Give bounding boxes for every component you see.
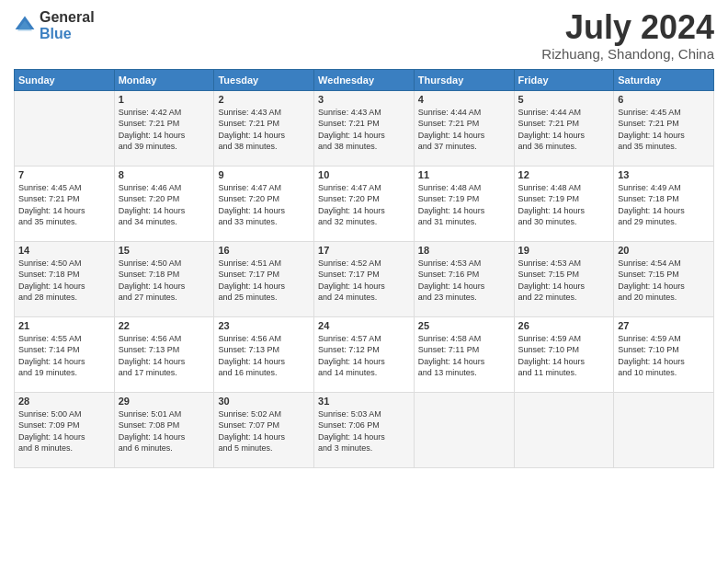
- calendar-cell: 6Sunrise: 4:45 AMSunset: 7:21 PMDaylight…: [614, 90, 714, 166]
- calendar-cell: 8Sunrise: 4:46 AMSunset: 7:20 PMDaylight…: [114, 166, 214, 241]
- calendar-header: SundayMondayTuesdayWednesdayThursdayFrid…: [15, 69, 714, 90]
- cell-info: Sunrise: 4:56 AMSunset: 7:13 PMDaylight:…: [218, 333, 310, 379]
- calendar-cell: 21Sunrise: 4:55 AMSunset: 7:14 PMDayligh…: [15, 316, 115, 392]
- calendar-cell: 26Sunrise: 4:59 AMSunset: 7:10 PMDayligh…: [514, 316, 614, 392]
- cell-info: Sunrise: 4:45 AMSunset: 7:21 PMDaylight:…: [618, 107, 710, 153]
- date-number: 7: [18, 169, 110, 180]
- date-number: 6: [618, 94, 710, 105]
- week-row-3: 14Sunrise: 4:50 AMSunset: 7:18 PMDayligh…: [15, 241, 714, 316]
- date-number: 1: [119, 94, 210, 105]
- location-subtitle: Rizhuang, Shandong, China: [541, 46, 714, 62]
- calendar-cell: [614, 392, 714, 467]
- date-number: 22: [119, 320, 210, 331]
- calendar-cell: 1Sunrise: 4:42 AMSunset: 7:21 PMDaylight…: [114, 90, 214, 166]
- date-number: 5: [518, 94, 610, 105]
- calendar-cell: [414, 392, 514, 467]
- cell-info: Sunrise: 4:50 AMSunset: 7:18 PMDaylight:…: [119, 258, 210, 304]
- week-row-1: 1Sunrise: 4:42 AMSunset: 7:21 PMDaylight…: [15, 90, 714, 166]
- month-title: July 2024: [541, 9, 714, 46]
- calendar-cell: 2Sunrise: 4:43 AMSunset: 7:21 PMDaylight…: [214, 90, 314, 166]
- cell-info: Sunrise: 4:54 AMSunset: 7:15 PMDaylight:…: [618, 258, 710, 304]
- date-number: 9: [218, 169, 310, 180]
- date-number: 8: [119, 169, 210, 180]
- calendar-cell: 31Sunrise: 5:03 AMSunset: 7:06 PMDayligh…: [314, 392, 415, 467]
- cell-info: Sunrise: 4:49 AMSunset: 7:18 PMDaylight:…: [618, 182, 710, 228]
- calendar-cell: 30Sunrise: 5:02 AMSunset: 7:07 PMDayligh…: [214, 392, 314, 467]
- page: General Blue July 2024 Rizhuang, Shandon…: [0, 0, 728, 563]
- date-number: 3: [318, 94, 410, 105]
- date-number: 17: [318, 245, 410, 256]
- cell-info: Sunrise: 4:44 AMSunset: 7:21 PMDaylight:…: [418, 107, 510, 153]
- calendar-cell: 23Sunrise: 4:56 AMSunset: 7:13 PMDayligh…: [214, 316, 314, 392]
- calendar-cell: 16Sunrise: 4:51 AMSunset: 7:17 PMDayligh…: [214, 241, 314, 316]
- cell-info: Sunrise: 4:42 AMSunset: 7:21 PMDaylight:…: [119, 107, 210, 153]
- calendar-cell: 22Sunrise: 4:56 AMSunset: 7:13 PMDayligh…: [114, 316, 214, 392]
- calendar-cell: 27Sunrise: 4:59 AMSunset: 7:10 PMDayligh…: [614, 316, 714, 392]
- week-row-2: 7Sunrise: 4:45 AMSunset: 7:21 PMDaylight…: [15, 166, 714, 241]
- logo-icon: [14, 15, 36, 37]
- logo: General Blue: [14, 9, 95, 41]
- weekday-header-tuesday: Tuesday: [214, 69, 314, 90]
- date-number: 15: [119, 245, 210, 256]
- cell-info: Sunrise: 4:44 AMSunset: 7:21 PMDaylight:…: [518, 107, 610, 153]
- logo-blue-text: Blue: [40, 26, 95, 42]
- date-number: 16: [218, 245, 310, 256]
- cell-info: Sunrise: 4:46 AMSunset: 7:20 PMDaylight:…: [119, 182, 210, 228]
- date-number: 26: [518, 320, 610, 331]
- weekday-header-thursday: Thursday: [414, 69, 514, 90]
- date-number: 2: [218, 94, 310, 105]
- calendar-cell: 10Sunrise: 4:47 AMSunset: 7:20 PMDayligh…: [314, 166, 415, 241]
- date-number: 4: [418, 94, 510, 105]
- cell-info: Sunrise: 4:58 AMSunset: 7:11 PMDaylight:…: [418, 333, 510, 379]
- calendar-cell: 17Sunrise: 4:52 AMSunset: 7:17 PMDayligh…: [314, 241, 415, 316]
- calendar-cell: 15Sunrise: 4:50 AMSunset: 7:18 PMDayligh…: [114, 241, 214, 316]
- cell-info: Sunrise: 4:53 AMSunset: 7:16 PMDaylight:…: [418, 258, 510, 304]
- calendar-cell: 28Sunrise: 5:00 AMSunset: 7:09 PMDayligh…: [15, 392, 115, 467]
- calendar-cell: 4Sunrise: 4:44 AMSunset: 7:21 PMDaylight…: [414, 90, 514, 166]
- calendar-cell: 7Sunrise: 4:45 AMSunset: 7:21 PMDaylight…: [15, 166, 115, 241]
- date-number: 27: [618, 320, 710, 331]
- calendar-cell: 19Sunrise: 4:53 AMSunset: 7:15 PMDayligh…: [514, 241, 614, 316]
- calendar-cell: 29Sunrise: 5:01 AMSunset: 7:08 PMDayligh…: [114, 392, 214, 467]
- calendar-table: SundayMondayTuesdayWednesdayThursdayFrid…: [14, 69, 714, 468]
- date-number: 11: [418, 169, 510, 180]
- date-number: 31: [318, 396, 410, 407]
- date-number: 12: [518, 169, 610, 180]
- header: General Blue July 2024 Rizhuang, Shandon…: [14, 9, 714, 62]
- calendar-cell: 3Sunrise: 4:43 AMSunset: 7:21 PMDaylight…: [314, 90, 415, 166]
- cell-info: Sunrise: 4:47 AMSunset: 7:20 PMDaylight:…: [318, 182, 410, 228]
- calendar-cell: 12Sunrise: 4:48 AMSunset: 7:19 PMDayligh…: [514, 166, 614, 241]
- cell-info: Sunrise: 4:59 AMSunset: 7:10 PMDaylight:…: [618, 333, 710, 379]
- date-number: 20: [618, 245, 710, 256]
- weekday-header-saturday: Saturday: [614, 69, 714, 90]
- date-number: 19: [518, 245, 610, 256]
- calendar-cell: 24Sunrise: 4:57 AMSunset: 7:12 PMDayligh…: [314, 316, 415, 392]
- cell-info: Sunrise: 4:55 AMSunset: 7:14 PMDaylight:…: [18, 333, 110, 379]
- calendar-cell: 11Sunrise: 4:48 AMSunset: 7:19 PMDayligh…: [414, 166, 514, 241]
- date-number: 29: [119, 396, 210, 407]
- date-number: 23: [218, 320, 310, 331]
- date-number: 28: [18, 396, 110, 407]
- date-number: 10: [318, 169, 410, 180]
- weekday-header-friday: Friday: [514, 69, 614, 90]
- weekday-header-sunday: Sunday: [15, 69, 115, 90]
- cell-info: Sunrise: 5:01 AMSunset: 7:08 PMDaylight:…: [119, 408, 210, 454]
- cell-info: Sunrise: 4:48 AMSunset: 7:19 PMDaylight:…: [518, 182, 610, 228]
- cell-info: Sunrise: 4:53 AMSunset: 7:15 PMDaylight:…: [518, 258, 610, 304]
- cell-info: Sunrise: 5:00 AMSunset: 7:09 PMDaylight:…: [18, 408, 110, 454]
- calendar-cell: 14Sunrise: 4:50 AMSunset: 7:18 PMDayligh…: [15, 241, 115, 316]
- logo-general-text: General: [40, 9, 95, 26]
- cell-info: Sunrise: 4:52 AMSunset: 7:17 PMDaylight:…: [318, 258, 410, 304]
- cell-info: Sunrise: 4:43 AMSunset: 7:21 PMDaylight:…: [318, 107, 410, 153]
- calendar-cell: 20Sunrise: 4:54 AMSunset: 7:15 PMDayligh…: [614, 241, 714, 316]
- week-row-4: 21Sunrise: 4:55 AMSunset: 7:14 PMDayligh…: [15, 316, 714, 392]
- calendar-cell: 9Sunrise: 4:47 AMSunset: 7:20 PMDaylight…: [214, 166, 314, 241]
- calendar-body: 1Sunrise: 4:42 AMSunset: 7:21 PMDaylight…: [15, 90, 714, 467]
- week-row-5: 28Sunrise: 5:00 AMSunset: 7:09 PMDayligh…: [15, 392, 714, 467]
- date-number: 25: [418, 320, 510, 331]
- date-number: 18: [418, 245, 510, 256]
- cell-info: Sunrise: 4:59 AMSunset: 7:10 PMDaylight:…: [518, 333, 610, 379]
- cell-info: Sunrise: 4:48 AMSunset: 7:19 PMDaylight:…: [418, 182, 510, 228]
- date-number: 14: [18, 245, 110, 256]
- cell-info: Sunrise: 5:02 AMSunset: 7:07 PMDaylight:…: [218, 408, 310, 454]
